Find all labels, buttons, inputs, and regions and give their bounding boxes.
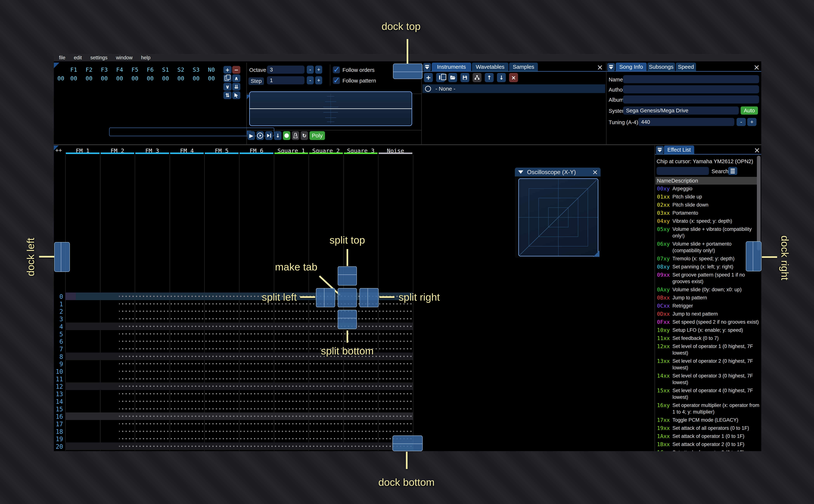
tab-samples[interactable]: Samples bbox=[509, 63, 538, 71]
split-bottom-target[interactable] bbox=[338, 310, 357, 329]
effect-table-header[interactable]: Name Description bbox=[656, 177, 757, 185]
order-cell[interactable]: 00 bbox=[162, 75, 169, 82]
pattern-row[interactable] bbox=[119, 428, 414, 435]
effect-row[interactable]: 0DxxJump to next pattern bbox=[657, 310, 761, 318]
instrument-toggle-folders-button[interactable] bbox=[473, 73, 482, 82]
pattern-cursor-cell[interactable] bbox=[65, 293, 76, 300]
pattern-row[interactable] bbox=[119, 323, 414, 330]
instrument-list-item-selected[interactable]: - None - bbox=[423, 84, 605, 93]
order-remove-button[interactable]: − bbox=[232, 66, 240, 74]
system-auto-button[interactable]: Auto bbox=[741, 106, 758, 115]
poly-button[interactable]: Poly bbox=[309, 131, 325, 140]
split-top-target[interactable] bbox=[338, 266, 357, 286]
oscilloscope-xy-window[interactable]: Oscilloscope (X-Y) × bbox=[515, 168, 601, 258]
effect-row[interactable]: 16xySet operator multiplier (x: operator… bbox=[657, 401, 761, 416]
order-cell[interactable]: 00 bbox=[70, 75, 77, 82]
effect-row[interactable]: 0FxxSet speed (speed 2 if no grooves exi… bbox=[657, 318, 761, 326]
pattern-row[interactable] bbox=[119, 315, 414, 323]
make-tab-target[interactable] bbox=[338, 288, 357, 307]
songinfo-window-menu-icon[interactable] bbox=[607, 63, 615, 71]
name-input[interactable] bbox=[623, 75, 759, 83]
effect-row[interactable]: 07xyTremolo (x: speed; y: depth) bbox=[657, 255, 761, 263]
pattern-row[interactable] bbox=[119, 307, 414, 315]
effect-row[interactable]: 0CxxRetrigger bbox=[657, 302, 761, 310]
pattern-row[interactable] bbox=[119, 367, 414, 375]
oscilloscope-xy-titlebar[interactable]: Oscilloscope (X-Y) × bbox=[515, 168, 601, 176]
tab-song-info[interactable]: Song Info bbox=[616, 63, 647, 71]
record-button[interactable] bbox=[283, 131, 290, 140]
play-pattern-button[interactable] bbox=[256, 131, 264, 140]
dock-right-target[interactable] bbox=[746, 241, 761, 271]
follow-orders-checkbox[interactable]: ✓ bbox=[333, 66, 340, 73]
dock-top-target[interactable] bbox=[393, 64, 423, 79]
pattern-row[interactable] bbox=[119, 375, 414, 383]
oscilloscope-xy-close-icon[interactable]: × bbox=[592, 168, 598, 176]
instrument-add-button[interactable]: + bbox=[424, 73, 433, 82]
tab-speed[interactable]: Speed bbox=[676, 63, 696, 71]
menu-settings[interactable]: settings bbox=[90, 55, 107, 61]
order-cell[interactable]: 00 bbox=[208, 75, 215, 82]
tuning-plus-button[interactable]: + bbox=[747, 118, 757, 126]
pattern-row[interactable] bbox=[119, 450, 414, 451]
separator[interactable] bbox=[655, 146, 655, 451]
tab-wavetables[interactable]: Wavetables bbox=[472, 63, 509, 71]
separator[interactable] bbox=[54, 144, 761, 145]
tab-subsongs[interactable]: Subsongs bbox=[647, 63, 675, 71]
instrument-move-down-button[interactable]: ↓ bbox=[497, 73, 506, 82]
octave-minus-button[interactable]: - bbox=[307, 66, 314, 74]
songinfo-close-icon[interactable]: × bbox=[754, 63, 760, 71]
effect-row[interactable]: 10xySetup LFO (x: enable; y: speed) bbox=[657, 326, 761, 334]
order-edit-mode-button[interactable] bbox=[232, 91, 240, 99]
split-left-target[interactable] bbox=[316, 288, 335, 307]
effect-row[interactable]: 14xxSet level of operator 3 (0 highest, … bbox=[657, 372, 761, 386]
effect-row[interactable]: 08xySet panning (x: left; y: right) bbox=[657, 263, 761, 271]
effect-row[interactable]: 15xxSet level of operator 4 (0 highest, … bbox=[657, 386, 761, 401]
instruments-window-menu-icon[interactable] bbox=[423, 63, 431, 71]
effect-row[interactable]: 11xxSet feedback (0 to 7) bbox=[657, 334, 761, 342]
tab-effect-list[interactable]: Effect List bbox=[664, 146, 694, 154]
effect-row[interactable]: 1BxxSet attack of operator 2 (0 to 1F) bbox=[657, 440, 761, 448]
effect-search-input[interactable] bbox=[657, 167, 709, 175]
instrument-duplicate-button[interactable] bbox=[436, 73, 445, 82]
album-input[interactable] bbox=[623, 95, 759, 104]
order-duplicate-button[interactable] bbox=[223, 74, 231, 82]
effect-row[interactable]: 0BxxJump to pattern bbox=[657, 294, 761, 302]
order-cell[interactable]: 00 bbox=[101, 75, 108, 82]
step-plus-button[interactable]: + bbox=[315, 76, 322, 84]
metronome-button[interactable] bbox=[292, 131, 299, 140]
stop-button[interactable]: ↓ bbox=[274, 131, 281, 140]
order-duplicate-end-button[interactable]: ⇊ bbox=[232, 83, 240, 91]
instruments-close-icon[interactable]: × bbox=[597, 63, 603, 71]
effect-list-scrollbar[interactable] bbox=[757, 156, 761, 251]
effect-row[interactable]: 12xxSet level of operator 1 (0 highest, … bbox=[657, 342, 761, 357]
effect-row[interactable]: 09xxSet groove pattern (speed 1 if no gr… bbox=[657, 271, 761, 286]
order-add-button[interactable]: + bbox=[223, 66, 231, 74]
step-minus-button[interactable]: - bbox=[307, 76, 314, 84]
menu-window[interactable]: window bbox=[116, 55, 132, 61]
pattern-row[interactable] bbox=[119, 390, 414, 398]
effect-menu-button[interactable] bbox=[728, 167, 737, 175]
effect-row[interactable]: 19xxSet attack of all operators (0 to 1F… bbox=[657, 424, 761, 432]
effect-row[interactable]: 02xxPitch slide down bbox=[657, 201, 761, 209]
effect-table-body[interactable]: 00xyArpeggio01xxPitch slide up02xxPitch … bbox=[657, 185, 761, 451]
author-input[interactable] bbox=[623, 85, 759, 93]
menu-file[interactable]: file bbox=[59, 55, 65, 61]
collapse-triangle-icon[interactable] bbox=[518, 170, 523, 174]
step-input[interactable]: 1 bbox=[267, 76, 304, 84]
instrument-delete-button[interactable]: × bbox=[509, 73, 518, 82]
pattern-row[interactable] bbox=[119, 382, 414, 390]
pattern-row[interactable] bbox=[119, 337, 414, 345]
pattern-row[interactable] bbox=[119, 360, 414, 367]
effect-row[interactable]: 00xyArpeggio bbox=[657, 185, 761, 193]
pattern-row[interactable] bbox=[119, 405, 414, 413]
effect-row[interactable]: 01xxPitch slide up bbox=[657, 193, 761, 201]
menu-edit[interactable]: edit bbox=[74, 55, 82, 61]
effect-row[interactable]: 06xyVolume slide + portamento (compatibi… bbox=[657, 240, 761, 255]
play-button[interactable]: ▶ bbox=[247, 131, 255, 140]
order-cell[interactable]: 00 bbox=[177, 75, 184, 82]
split-right-target[interactable] bbox=[359, 288, 378, 307]
effect-row[interactable]: 17xxToggle PCM mode (LEGACY) bbox=[657, 416, 761, 424]
tuning-input[interactable]: 440 bbox=[638, 118, 734, 126]
pattern-row[interactable] bbox=[119, 398, 414, 405]
effect-row[interactable]: 05xyVolume slide + vibrato (compatibilit… bbox=[657, 225, 761, 240]
